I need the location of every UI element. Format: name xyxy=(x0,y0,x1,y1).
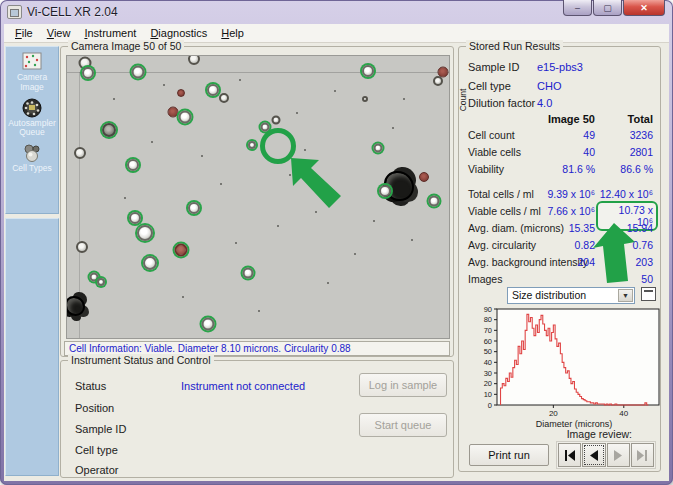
cell-viable xyxy=(129,212,141,224)
debris-speck xyxy=(327,282,329,284)
title-bar: Vi-CELL XR 2.04 – ▢ ✕ xyxy=(0,0,673,24)
position-label: Position xyxy=(75,402,114,414)
debris-speck xyxy=(235,242,237,244)
first-image-button[interactable] xyxy=(558,443,581,467)
chamber-edge-horizontal xyxy=(67,72,449,73)
row-image50-value: 81.6 % xyxy=(520,163,595,175)
debris-speck xyxy=(113,98,115,100)
results-group-title: Stored Run Results xyxy=(466,40,563,52)
svg-text:70: 70 xyxy=(484,326,492,335)
last-image-button[interactable] xyxy=(631,443,654,467)
row-label: Viable cells xyxy=(468,146,521,158)
cell-dead-ring xyxy=(175,244,188,257)
svg-text:40: 40 xyxy=(619,409,628,418)
row-total-value: 86.6 % xyxy=(591,163,653,175)
instrument-group-title: Instrument Status and Control xyxy=(68,354,214,366)
start-queue-button[interactable]: Start queue xyxy=(359,413,447,437)
debris-speck xyxy=(151,141,153,143)
column-total: Total xyxy=(628,113,653,125)
menu-view[interactable]: View xyxy=(40,25,78,41)
results-row: Viable cells / ml7.66 x 10⁶10.73 x 10⁶ xyxy=(459,205,660,221)
row-image50-value: 15.35 xyxy=(520,222,595,234)
camera-group-title: Camera Image 50 of 50 xyxy=(68,40,184,52)
debris-speck xyxy=(220,183,222,185)
minimize-button[interactable]: – xyxy=(563,0,592,16)
close-button[interactable]: ✕ xyxy=(623,0,665,16)
maximize-button[interactable]: ▢ xyxy=(593,0,622,16)
menu-instrument[interactable]: Instrument xyxy=(77,25,143,41)
sidebar-item-label: Cell Types xyxy=(6,164,58,174)
chart-popout-button[interactable] xyxy=(641,287,656,301)
camera-image-group: Camera Image 50 of 50 Cell Information: … xyxy=(60,46,454,357)
app-icon xyxy=(7,5,22,19)
cell-viable xyxy=(188,202,200,214)
svg-text:50: 50 xyxy=(484,347,492,356)
svg-text:0: 0 xyxy=(488,401,492,410)
menu-help[interactable]: Help xyxy=(214,25,251,41)
row-image50-value: 49 xyxy=(520,129,595,141)
row-total-value: 3236 xyxy=(591,129,653,141)
results-row: Cell count493236 xyxy=(459,129,660,145)
cell-viable xyxy=(97,278,105,286)
debris-speck xyxy=(334,90,336,92)
sample-id-field-value: e15-pbs3 xyxy=(537,61,583,73)
debris-speck xyxy=(296,112,298,114)
svg-text:60: 60 xyxy=(484,337,492,346)
menu-diagnostics[interactable]: Diagnostics xyxy=(143,25,214,41)
debris-speck xyxy=(354,253,356,255)
cell-plain xyxy=(272,116,281,125)
results-row: Viable cells402801 xyxy=(459,146,660,162)
cell-viable xyxy=(373,144,382,153)
column-image50: Image 50 xyxy=(548,113,595,125)
debris-speck xyxy=(373,220,375,222)
row-image50-value: 204 xyxy=(520,256,595,268)
cell-viable xyxy=(379,185,391,197)
size-distribution-select[interactable]: Size distribution ▼ xyxy=(507,287,635,304)
cell-viable xyxy=(248,141,256,149)
dilution-factor-field-label: Dilution factor xyxy=(468,97,535,109)
stored-run-results-group: Stored Run Results Sample ID e15-pbs3 Ce… xyxy=(458,46,661,472)
previous-image-button[interactable] xyxy=(582,443,605,467)
sidebar: Camera Image Autosampler Queue Cell Type… xyxy=(5,46,59,476)
debris-speck xyxy=(201,155,203,157)
log-in-sample-button[interactable]: Log in sample xyxy=(359,373,447,397)
sidebar-item-camera-image[interactable]: Camera Image xyxy=(6,47,58,93)
row-label: Images xyxy=(468,273,502,285)
svg-text:20: 20 xyxy=(484,379,492,388)
sidebar-item-autosampler-queue[interactable]: Autosampler Queue xyxy=(6,93,58,139)
sidebar-item-cell-types[interactable]: Cell Types xyxy=(6,138,58,174)
results-row: Viability81.6 %86.6 % xyxy=(459,163,660,179)
print-run-button[interactable]: Print run xyxy=(469,444,549,466)
debris-speck xyxy=(403,98,405,100)
size-distribution-chart: 01020304050607080902040 xyxy=(463,305,663,419)
menu-file[interactable]: File xyxy=(8,25,40,41)
cell-field xyxy=(66,55,450,339)
cell-dead xyxy=(419,172,429,182)
row-image50-value: 40 xyxy=(520,146,595,158)
sidebar-icon-panel: Camera Image Autosampler Queue Cell Type… xyxy=(5,46,59,214)
cell-types-icon xyxy=(21,143,43,163)
row-label: Viability xyxy=(468,163,504,175)
cell-cluster xyxy=(66,296,85,316)
svg-text:10: 10 xyxy=(484,390,492,399)
svg-text:90: 90 xyxy=(484,305,492,314)
window-title: Vi-CELL XR 2.04 xyxy=(27,5,118,19)
cell-viable xyxy=(362,65,374,77)
chevron-down-icon[interactable]: ▼ xyxy=(618,289,633,302)
svg-text:20: 20 xyxy=(549,409,558,418)
next-image-button[interactable] xyxy=(607,443,630,467)
image-review-label: Image review: xyxy=(567,428,632,440)
app-window: Vi-CELL XR 2.04 – ▢ ✕ FileViewInstrument… xyxy=(0,0,673,485)
status-value: Instrument not connected xyxy=(181,380,305,392)
row-total-value: 12.40 x 10⁶ xyxy=(591,188,653,200)
autosampler-queue-icon xyxy=(21,98,43,118)
sidebar-item-label: Camera Image xyxy=(6,73,58,93)
camera-image-icon xyxy=(21,52,43,72)
sample-id-label: Sample ID xyxy=(75,423,126,435)
sidebar-empty-panel xyxy=(5,218,59,476)
cell-type-field-label: Cell type xyxy=(468,80,511,92)
cell-dead xyxy=(168,107,179,118)
cell-plain xyxy=(362,96,368,102)
size-histogram: 01020304050607080902040 xyxy=(463,305,663,419)
cell-plain xyxy=(74,147,86,159)
